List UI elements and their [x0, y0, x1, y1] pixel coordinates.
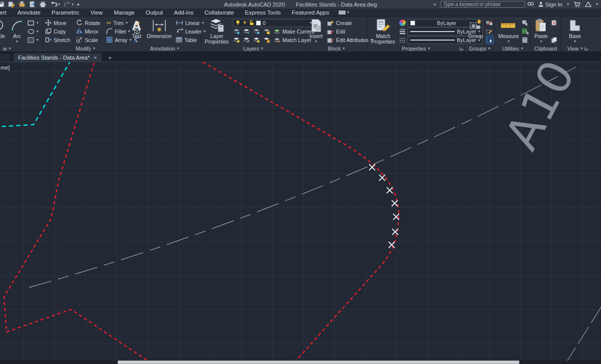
ungroup-button[interactable] [486, 19, 494, 27]
trim-button[interactable]: ✂Trim▾ [106, 19, 131, 27]
search-expand-icon[interactable]: ▸ [434, 2, 436, 7]
autodesk-logo-icon[interactable] [585, 2, 591, 7]
layer-lock-icon[interactable] [263, 29, 270, 35]
id-point-button[interactable] [522, 27, 529, 36]
ribbon-display-toggle[interactable]: ▾ [335, 10, 353, 15]
save-as-icon[interactable] [8, 1, 15, 8]
drawing-canvas[interactable]: A10 me] [0, 62, 601, 364]
drawing-text-label[interactable]: A10 [495, 62, 586, 158]
gray-corner-line[interactable] [565, 305, 601, 364]
quick-select-button[interactable] [522, 19, 529, 27]
keyword-search-icon[interactable] [527, 2, 534, 7]
file-tab-active[interactable]: Facilities Stands - Data Area* × [14, 53, 102, 62]
point-marker-x[interactable] [369, 164, 375, 170]
layer-unisolate-icon[interactable] [243, 37, 250, 43]
rotate-button[interactable]: Rotate [76, 19, 100, 27]
rectangle-button[interactable]: ▾ [28, 19, 39, 27]
open-icon[interactable] [19, 1, 26, 8]
sign-in-dropdown-icon[interactable]: ▾ [567, 2, 569, 7]
panel-label-clipboard[interactable]: Clipboard [531, 45, 560, 52]
horizontal-scrollbar-thumb[interactable] [118, 360, 519, 364]
layer-unlock-small-icon[interactable] [263, 37, 270, 43]
gray-centerline[interactable] [29, 67, 576, 287]
arc-button[interactable]: Arc▾ [9, 18, 25, 45]
move-button[interactable]: Move [45, 19, 70, 27]
stretch-button[interactable]: Stretch [45, 36, 70, 44]
quick-calc-button[interactable] [522, 36, 529, 44]
ribbon-tab-view[interactable]: View [85, 9, 108, 17]
paste-button[interactable]: Paste▾ [533, 18, 549, 45]
edit-attributes-button[interactable]: Edit Attributes▾ [327, 36, 373, 44]
group-button[interactable]: Group [467, 18, 484, 45]
layer-isolate-icon[interactable] [243, 29, 250, 35]
panel-label-layers[interactable]: Layers▾ [201, 46, 305, 52]
ellipse-button[interactable]: ▾ [28, 27, 39, 36]
redo-button[interactable]: ▾ [64, 2, 74, 7]
ribbon-tab-annotate[interactable]: Annotate [12, 9, 46, 17]
layer-thaw-icon[interactable] [253, 37, 260, 43]
autodesk-dropdown-icon[interactable]: ▾ [596, 2, 598, 7]
fillet-button[interactable]: Fillet▾ [106, 27, 131, 36]
close-tab-icon[interactable]: × [94, 55, 97, 61]
ribbon-tab-featured-apps[interactable]: Featured Apps [286, 9, 335, 17]
point-marker-x[interactable] [387, 187, 393, 193]
point-marker-x[interactable] [389, 242, 395, 248]
ribbon-tab-express-tools[interactable]: Express Tools [239, 9, 286, 17]
cut-button[interactable] [551, 19, 557, 27]
view-dialog-launcher-icon[interactable] [584, 47, 588, 51]
panel-label-groups[interactable]: Groups▾ [465, 45, 494, 52]
panel-label-modify[interactable]: Modify▾ [43, 45, 128, 52]
create-block-button[interactable]: Create [327, 19, 373, 27]
ribbon-tab-manage[interactable]: Manage [108, 9, 140, 17]
text-button[interactable]: A Text▾ [130, 18, 143, 45]
array-button[interactable]: Array▾ [106, 36, 131, 44]
circle-button[interactable]: Circle▾ [0, 18, 7, 45]
ribbon-tab-output[interactable]: Output [140, 9, 169, 17]
redo-dropdown-icon[interactable]: ▾ [72, 2, 74, 7]
undo-button[interactable]: ▾ [50, 2, 60, 7]
new-tab-button[interactable]: + [106, 55, 114, 62]
layer-select-combo[interactable]: ☀ 0 ▾ [233, 19, 315, 27]
viewport-label-fragment[interactable]: me] [1, 65, 10, 71]
panel-label-draw[interactable]: w▾ [0, 45, 43, 52]
cyan-dashed-polyline[interactable] [0, 62, 71, 127]
measure-button[interactable]: Measure▾ [497, 18, 520, 45]
hatch-button[interactable]: ▾ [28, 36, 39, 44]
mirror-button[interactable]: Mirror [76, 27, 100, 36]
app-store-cart-icon[interactable] [573, 2, 580, 8]
layer-properties-button[interactable]: Layer Properties [203, 18, 230, 46]
search-input[interactable] [441, 1, 525, 8]
copy-clip-button[interactable] [551, 36, 557, 44]
copy-button[interactable]: Copy [45, 27, 70, 36]
ribbon-tab-insert[interactable]: Insert [0, 9, 12, 17]
export-icon[interactable] [29, 1, 36, 8]
point-marker-x[interactable] [392, 200, 398, 206]
scale-button[interactable]: Scale [76, 36, 100, 44]
layer-freeze-icon[interactable] [253, 29, 260, 35]
group-edit-button[interactable] [486, 27, 494, 36]
ribbon-tab-parametric[interactable]: Parametric [46, 9, 85, 17]
panel-label-block[interactable]: Block▾ [306, 45, 367, 52]
red-dashed-boundary[interactable] [4, 63, 153, 364]
ribbon-tab-collaborate[interactable]: Collaborate [199, 9, 239, 17]
panel-label-utilities[interactable]: Utilities▾ [495, 45, 530, 52]
dimension-button[interactable]: Dimension [145, 18, 173, 45]
customize-qat-icon[interactable]: ▾̶ [77, 2, 80, 7]
point-marker-x[interactable] [379, 175, 385, 181]
red-dashed-spline[interactable] [203, 62, 399, 364]
file-tab-partial[interactable] [0, 54, 10, 62]
properties-dialog-launcher-icon[interactable] [459, 47, 463, 51]
insert-block-button[interactable]: Insert▾ [308, 18, 325, 45]
layer-on-icon[interactable] [233, 37, 240, 43]
plot-icon[interactable] [39, 1, 47, 8]
undo-dropdown-icon[interactable]: ▾ [58, 2, 60, 7]
edit-block-button[interactable]: Edit [327, 27, 373, 36]
layer-off-icon[interactable] [233, 29, 240, 35]
panel-label-properties[interactable]: Properties▾ [368, 46, 464, 52]
ribbon-tab-addins[interactable]: Add-ins [168, 9, 199, 17]
panel-label-annotation[interactable]: Annotation▾ [128, 45, 201, 52]
base-button[interactable]: Base▾ [566, 18, 583, 45]
sign-in-button[interactable]: Sign In [538, 2, 562, 8]
point-marker-x[interactable] [392, 229, 398, 235]
horizontal-scrollbar[interactable] [0, 360, 601, 364]
